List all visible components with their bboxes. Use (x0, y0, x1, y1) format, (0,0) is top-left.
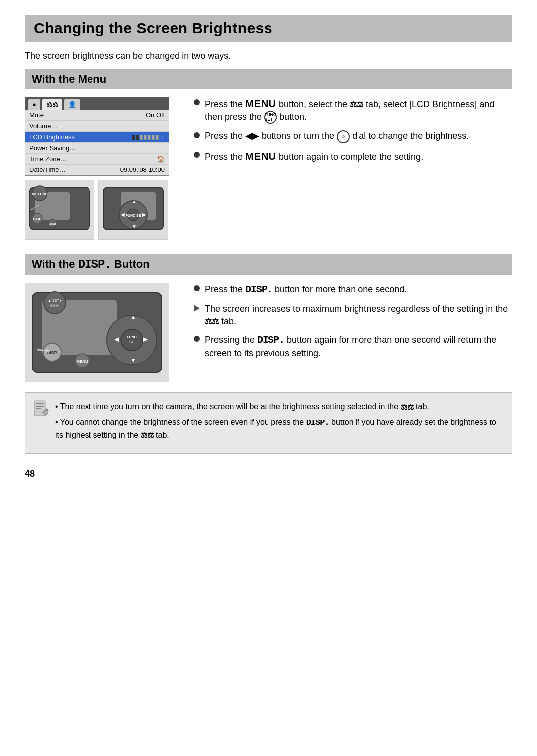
disp-keyword-note: DISP. (306, 418, 329, 427)
menu-screen: ● ⚖⚖ 👤 Mute On Off Volume… LCD Bri (25, 97, 169, 176)
camera-svg-left: MF FUNC DISP MENU (27, 182, 92, 237)
tools-icon-1: ⚖⚖ (350, 99, 363, 110)
menu-keyword-2: MENU (245, 151, 276, 162)
svg-rect-36 (36, 403, 44, 404)
disp-bullet-3-text: Pressing the DISP. button again for more… (205, 334, 512, 360)
person-tab-icon: 👤 (68, 101, 76, 108)
disp-bullet-circle-1 (194, 285, 200, 291)
disp-bullet-triangle (194, 305, 200, 312)
tools-tab-icon: ⚖⚖ (46, 101, 58, 108)
bar3 (140, 135, 143, 140)
camera-img-right: FUNC SE ◀ ▶ ▲ ▼ (98, 180, 168, 240)
page-number: 48 (25, 469, 512, 479)
bar5 (148, 135, 151, 140)
svg-text:◀: ◀ (114, 336, 119, 343)
svg-text:◎◎◎: ◎◎◎ (50, 304, 59, 307)
svg-text:◀: ◀ (121, 212, 125, 217)
datetime-label: Date/Time… (29, 166, 65, 173)
menu-tab-person: 👤 (64, 99, 80, 110)
camera-img-left: MF FUNC DISP MENU (25, 180, 94, 240)
disp-keyword-1: DISP. (245, 284, 272, 295)
timezone-value: 🏠 (157, 155, 165, 163)
disp-bullet-3: Pressing the DISP. button again for more… (194, 334, 512, 360)
menu-row-power: Power Saving… (25, 143, 169, 154)
svg-text:▼: ▼ (132, 224, 137, 229)
menu-bullet-1: Press the MENU button, select the ⚖⚖ tab… (194, 97, 512, 124)
disp-section-content: ▲ SET ♦ ◎◎◎ DISP. MENU FUNC SE ◀ ▶ ▲ ▼ (25, 283, 512, 382)
camera-svg-right: FUNC SE ◀ ▶ ▲ ▼ (101, 182, 166, 237)
section2-pre: With the (32, 258, 78, 270)
disp-bullet-circle-2 (194, 336, 200, 342)
svg-point-27 (121, 329, 143, 351)
menu-bullet-2-text: Press the ◀▶ buttons or turn the ○ dial … (205, 130, 469, 143)
disp-keyword-2: DISP. (257, 335, 284, 346)
menu-bullet-3-text: Press the MENU button again to complete … (205, 149, 423, 163)
menu-row-datetime: Date/Time… 09.09.'08 10:00 (25, 165, 169, 175)
menu-row-lcd: LCD Brightness + (25, 132, 169, 143)
section-header-disp: With the DISP. Button (25, 254, 512, 275)
note-box: The next time you turn on the camera, th… (25, 392, 512, 454)
disp-bullet-list: Press the DISP. button for more than one… (194, 283, 512, 360)
section1-label: With the Menu (32, 73, 106, 85)
tools-icon-note1: ⚖⚖ (401, 402, 414, 413)
svg-text:▶: ▶ (143, 336, 148, 343)
note-pencil-icon (32, 400, 50, 418)
lcd-bar: + (132, 133, 165, 141)
disp-bullet-2: The screen increases to maximum brightne… (194, 303, 512, 328)
svg-text:DISP: DISP (33, 217, 42, 221)
menu-section-content: ● ⚖⚖ 👤 Mute On Off Volume… LCD Bri (25, 97, 512, 240)
menu-row-timezone: Time Zone… 🏠 (25, 154, 169, 165)
menu-row-mute: Mute On Off (25, 110, 169, 121)
disp-left-col: ▲ SET ♦ ◎◎◎ DISP. MENU FUNC SE ◀ ▶ ▲ ▼ (25, 283, 179, 382)
bar2 (136, 135, 139, 140)
bullet-circle-2 (194, 132, 200, 138)
menu-row-volume: Volume… (25, 121, 169, 132)
menu-bullet-3: Press the MENU button again to complete … (194, 149, 512, 163)
bullet-circle-3 (194, 152, 200, 158)
note-bullet-1: The next time you turn on the camera, th… (55, 401, 502, 413)
intro-text: The screen brightness can be changed in … (25, 51, 512, 61)
svg-text:▲: ▲ (132, 199, 137, 204)
svg-text:FUNC SE: FUNC SE (126, 214, 141, 217)
menu-keyword-1: MENU (245, 98, 276, 109)
menu-tab-camera: ● (28, 99, 40, 110)
camera-disp-img: ▲ SET ♦ ◎◎◎ DISP. MENU FUNC SE ◀ ▶ ▲ ▼ (25, 283, 169, 382)
bar1 (132, 135, 135, 140)
svg-rect-37 (36, 406, 44, 407)
tools-icon-2: ⚖⚖ (205, 316, 219, 327)
svg-point-19 (44, 292, 66, 314)
bar7 (156, 135, 159, 140)
mute-label: Mute (29, 111, 44, 119)
dial-icon-1: ○ (337, 130, 350, 143)
svg-text:▲ SET ♦: ▲ SET ♦ (48, 299, 62, 302)
disp-right-col: Press the DISP. button for more than one… (194, 283, 512, 382)
svg-text:MENU: MENU (76, 359, 88, 364)
svg-rect-38 (36, 408, 41, 409)
disp-bullet-2-text: The screen increases to maximum brightne… (205, 303, 512, 328)
disp-bullet-1: Press the DISP. button for more than one… (194, 283, 512, 297)
menu-bullet-2: Press the ◀▶ buttons or turn the ○ dial … (194, 130, 512, 143)
datetime-value: 09.09.'08 10:00 (120, 166, 165, 173)
camera-buttons-row: MF FUNC DISP MENU (25, 180, 179, 240)
svg-text:▼: ▼ (130, 357, 136, 364)
camera-tab-icon: ● (32, 101, 36, 108)
lcd-label: LCD Brightness (29, 133, 75, 141)
svg-text:FUNC: FUNC (127, 336, 136, 339)
mute-value: On Off (146, 111, 165, 119)
power-label: Power Saving… (29, 144, 76, 152)
bar-plus: + (161, 133, 165, 141)
menu-tab-tools: ⚖⚖ (42, 99, 62, 110)
svg-text:MF FUNC: MF FUNC (32, 192, 48, 196)
svg-text:MENU: MENU (49, 223, 56, 226)
menu-left-col: ● ⚖⚖ 👤 Mute On Off Volume… LCD Bri (25, 97, 179, 240)
camera-disp-svg: ▲ SET ♦ ◎◎◎ DISP. MENU FUNC SE ◀ ▶ ▲ ▼ (27, 285, 167, 380)
volume-label: Volume… (29, 122, 57, 130)
timezone-label: Time Zone… (29, 155, 67, 163)
menu-tabs: ● ⚖⚖ 👤 (25, 97, 169, 110)
menu-right-col: Press the MENU button, select the ⚖⚖ tab… (194, 97, 512, 240)
svg-text:▲: ▲ (130, 314, 136, 321)
section2-post: Button (111, 258, 150, 270)
disp-bullet-1-text: Press the DISP. button for more than one… (205, 283, 407, 297)
bullet-circle-1 (194, 99, 200, 105)
menu-bullet-1-text: Press the MENU button, select the ⚖⚖ tab… (205, 97, 512, 124)
